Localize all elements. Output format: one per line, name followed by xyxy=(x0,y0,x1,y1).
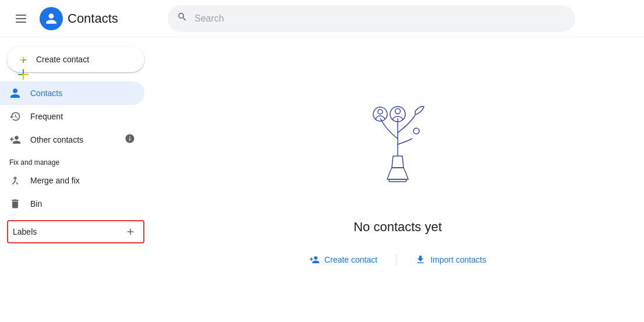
plus-icon xyxy=(16,52,30,66)
trash-icon xyxy=(9,198,21,210)
svg-rect-0 xyxy=(16,15,26,16)
create-contact-button[interactable]: Create contact xyxy=(7,47,144,72)
svg-rect-1 xyxy=(16,18,26,19)
svg-point-5 xyxy=(378,109,383,114)
main-content: No contacts yet Create contact Import co… xyxy=(151,37,644,322)
sidebar-item-other-contacts[interactable]: Other contacts xyxy=(0,128,144,151)
merge-icon xyxy=(9,175,21,186)
person-add-icon xyxy=(9,134,21,146)
create-contact-empty-label: Create contact xyxy=(324,255,377,264)
frequent-label: Frequent xyxy=(30,112,63,121)
actions-divider xyxy=(396,254,397,266)
empty-title: No contacts yet xyxy=(353,220,442,235)
svg-rect-2 xyxy=(16,22,26,23)
main-layout: Create contact Contacts Frequent Other c… xyxy=(0,37,644,322)
empty-illustration xyxy=(339,89,456,206)
contacts-app-icon xyxy=(40,7,63,30)
labels-section: Labels xyxy=(7,220,144,243)
sidebar-item-frequent[interactable]: Frequent xyxy=(0,105,144,128)
sidebar: Create contact Contacts Frequent Other c… xyxy=(0,37,151,322)
info-icon[interactable] xyxy=(125,133,135,146)
app-logo: Contacts xyxy=(40,7,118,30)
search-icon xyxy=(177,12,187,25)
header-left: Contacts xyxy=(9,7,161,30)
other-contacts-label: Other contacts xyxy=(30,135,83,144)
bin-label: Bin xyxy=(30,199,42,208)
add-label-button[interactable] xyxy=(122,224,139,240)
merge-fix-label: Merge and fix xyxy=(30,176,80,185)
search-input[interactable] xyxy=(194,13,566,24)
fix-manage-section-title: Fix and manage xyxy=(0,151,151,169)
svg-point-8 xyxy=(413,128,419,134)
app-header: Contacts xyxy=(0,0,644,37)
empty-actions: Create contact Import contacts xyxy=(298,249,498,271)
sidebar-item-bin[interactable]: Bin xyxy=(0,192,144,215)
app-title: Contacts xyxy=(68,11,118,26)
sidebar-item-contacts[interactable]: Contacts xyxy=(0,82,144,105)
create-contact-label: Create contact xyxy=(36,55,89,64)
import-contacts-label: Import contacts xyxy=(430,255,486,264)
create-contact-empty-button[interactable]: Create contact xyxy=(298,249,389,271)
search-bar[interactable] xyxy=(168,5,575,32)
history-icon xyxy=(9,111,21,122)
menu-icon[interactable] xyxy=(9,7,33,30)
import-contacts-button[interactable]: Import contacts xyxy=(404,249,498,271)
person-icon xyxy=(9,87,21,99)
sidebar-item-merge[interactable]: Merge and fix xyxy=(0,169,144,192)
labels-title: Labels xyxy=(13,227,37,236)
svg-point-7 xyxy=(395,108,401,114)
contacts-label: Contacts xyxy=(30,89,62,98)
